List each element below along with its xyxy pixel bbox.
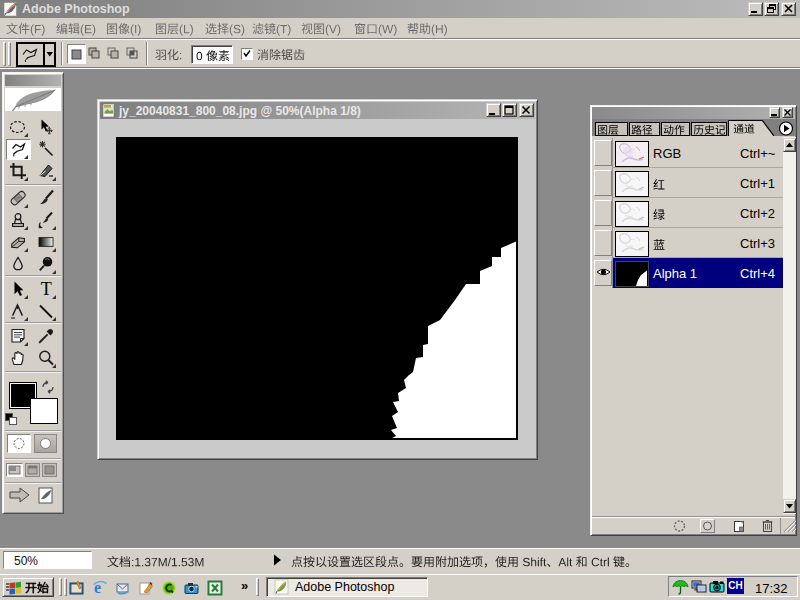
svg-text:T: T <box>41 280 52 298</box>
